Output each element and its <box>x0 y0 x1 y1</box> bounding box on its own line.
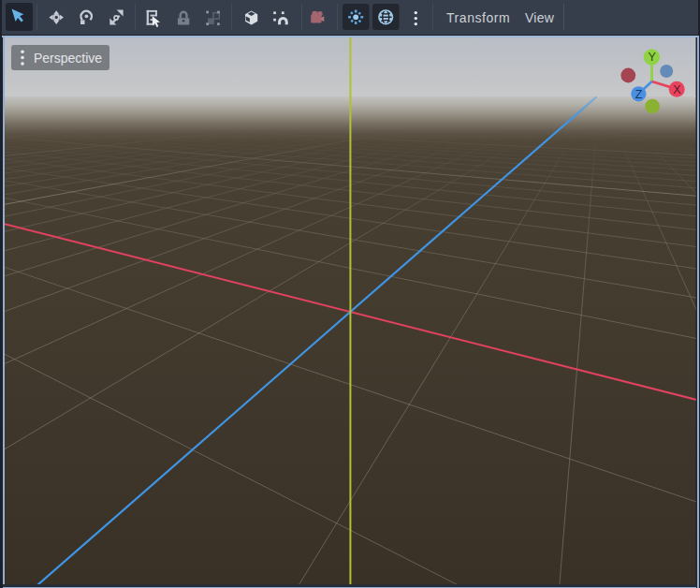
svg-text:Z: Z <box>635 88 643 101</box>
svg-text:Transform: Transform <box>446 10 510 25</box>
svg-text:Y: Y <box>648 51 656 64</box>
svg-text:X: X <box>673 83 681 96</box>
svg-text:View: View <box>525 10 555 25</box>
svg-text:Perspective: Perspective <box>34 51 102 66</box>
